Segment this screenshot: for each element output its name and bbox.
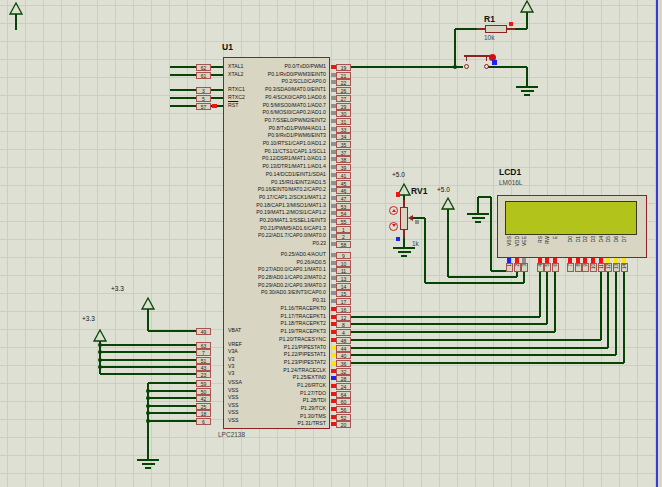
u1-pin-number-VSS[interactable]: 42: [196, 395, 211, 402]
u1-pin-number-VSSA[interactable]: 59: [196, 380, 211, 387]
wire[interactable]: [477, 28, 485, 30]
u1-pin-number-P0.3/SDA0/MAT0.0/EINT1[interactable]: 26: [336, 87, 351, 94]
u1-pin-number-P0.1/RxD0/PWM3/EINT0[interactable]: 21: [336, 72, 351, 79]
u1-pin-number-VSS[interactable]: 50: [196, 388, 211, 395]
u1-pin-number-P0.4/SCK0/CAP0.1/AD0.6[interactable]: 27: [336, 95, 351, 102]
wire[interactable]: [148, 390, 197, 392]
wire[interactable]: [515, 28, 527, 30]
wire[interactable]: [351, 331, 555, 333]
power-arrow-icon[interactable]: [141, 297, 155, 310]
wire[interactable]: [539, 271, 541, 317]
wire[interactable]: [523, 271, 525, 283]
lcd-pin-number-RW[interactable]: 5: [544, 263, 551, 272]
wire[interactable]: [148, 382, 197, 384]
u1-pin-number-RTXC2[interactable]: 5: [196, 95, 211, 102]
wire[interactable]: [100, 366, 197, 368]
wire[interactable]: [148, 420, 197, 422]
u1-pin-number-P1.21/PIPESTAT0[interactable]: 44: [336, 345, 351, 352]
wire[interactable]: [100, 351, 197, 353]
u1-pin-number-P1.17/TRACEPKT1[interactable]: 12: [336, 314, 351, 321]
wire[interactable]: [100, 359, 197, 361]
u1-pin-number-V3[interactable]: 43: [196, 364, 211, 371]
pot-increase-button[interactable]: [389, 206, 398, 215]
u1-pin-number-P0.30/AD0.3/EINT3/CAP0.0[interactable]: 15: [336, 290, 351, 297]
wire[interactable]: [477, 197, 479, 213]
lcd-pin-number-D6[interactable]: 13: [613, 263, 620, 272]
u1-pin-number-P1.20/TRACESYNC[interactable]: 48: [336, 337, 351, 344]
u1-pin-number-VSS[interactable]: 25: [196, 403, 211, 410]
ground-icon[interactable]: [393, 247, 415, 258]
u1-pin-number-P1.19/TRACEPKT3[interactable]: 4: [336, 329, 351, 336]
wire[interactable]: [478, 196, 491, 198]
wire[interactable]: [600, 271, 602, 340]
u1-pin-number-V3[interactable]: 23: [196, 371, 211, 378]
wire[interactable]: [447, 209, 449, 277]
lcd-pin-number-D4[interactable]: 11: [598, 263, 605, 272]
u1-pin-number-VBAT[interactable]: 49: [196, 328, 211, 335]
schematic-canvas[interactable]: U1 LPC2138 R1 10k RV1 1k LCD1 LM016L +3.…: [0, 0, 662, 487]
lcd-pin-number-VSS[interactable]: 1: [506, 263, 513, 272]
wire[interactable]: [100, 344, 197, 346]
u1-pin-number-P0.9/RxD1/PWM6/EINT3[interactable]: 34: [336, 133, 351, 140]
r1-resistor-body[interactable]: [485, 25, 507, 33]
u1-pin-number-P0.7/SSEL0/PWM2/EINT2[interactable]: 31: [336, 118, 351, 125]
lcd-pin-number-E[interactable]: 6: [552, 263, 559, 272]
u1-pin-number-P0.20/MAT1.3/SSEL1/EINT3[interactable]: 55: [336, 218, 351, 225]
u1-pin-number-P0.10/RTS1/CAP1.0/AD1.2[interactable]: 35: [336, 141, 351, 148]
u1-pin-number-V3A[interactable]: 7: [196, 349, 211, 356]
wire[interactable]: [403, 200, 405, 207]
power-arrow-icon[interactable]: [520, 0, 534, 13]
wire[interactable]: [455, 28, 477, 30]
u1-pin-number-P0.12/DSR1/MAT1.0/AD1.3[interactable]: 38: [336, 156, 351, 163]
u1-pin-number-RST[interactable]: 57: [196, 103, 211, 110]
u1-pin-number-XTAL1[interactable]: 62: [196, 64, 211, 71]
wire[interactable]: [554, 271, 556, 332]
wire[interactable]: [425, 282, 524, 284]
wire[interactable]: [454, 29, 456, 67]
wire[interactable]: [526, 12, 528, 29]
lcd-pin-number-D0[interactable]: 7: [567, 263, 574, 272]
lcd-pin-number-RS[interactable]: 4: [537, 263, 544, 272]
lcd-pin-number-VDD[interactable]: 2: [514, 263, 521, 272]
wire[interactable]: [488, 66, 527, 68]
u1-pin-number-P1.24/TRACECLK[interactable]: 32: [336, 368, 351, 375]
ground-icon[interactable]: [137, 459, 159, 470]
u1-pin-number-XTAL2[interactable]: 61: [196, 72, 211, 79]
u1-pin-number-P1.23/PIPESTAT2[interactable]: 36: [336, 360, 351, 367]
wire[interactable]: [413, 217, 425, 219]
wire[interactable]: [148, 330, 197, 332]
lcd-pin-number-D5[interactable]: 12: [605, 263, 612, 272]
wire[interactable]: [403, 238, 405, 247]
u1-pin-number-VSS[interactable]: 6: [196, 418, 211, 425]
u1-pin-number-P0.0/TxD0/PWM1[interactable]: 19: [336, 64, 351, 71]
u1-pin-number-P0.13/DTR1/MAT1.1/AD1.4[interactable]: 39: [336, 164, 351, 171]
lcd-pin-number-VEE[interactable]: 3: [521, 263, 528, 272]
u1-pin-number-P0.18/CAP1.3/MISO1/MAT1.3[interactable]: 53: [336, 203, 351, 210]
wire[interactable]: [351, 339, 601, 341]
u1-pin-number-P0.23[interactable]: 58: [336, 241, 351, 248]
wire[interactable]: [351, 347, 608, 349]
wire[interactable]: [351, 323, 547, 325]
wire[interactable]: [623, 271, 625, 363]
wire[interactable]: [607, 271, 609, 348]
pot-decrease-button[interactable]: [389, 222, 398, 231]
u1-pin-number-P1.22/PIPESTAT1[interactable]: 40: [336, 352, 351, 359]
wire[interactable]: [507, 28, 515, 30]
power-arrow-icon[interactable]: [9, 2, 23, 15]
u1-pin-number-P0.19/MAT1.2/MOSI1/CAP1.2[interactable]: 54: [336, 210, 351, 217]
u1-pin-number-P0.8/TxD1/PWM4/AD1.1[interactable]: 33: [336, 126, 351, 133]
u1-pin-number-VSS[interactable]: 18: [196, 410, 211, 417]
wire[interactable]: [490, 197, 492, 271]
wire[interactable]: [424, 218, 426, 283]
u1-pin-number-P1.31/TRST[interactable]: 20: [336, 421, 351, 428]
wire[interactable]: [351, 66, 455, 68]
lcd-pin-number-D1[interactable]: 8: [575, 263, 582, 272]
u1-pin-number-P0.26/AD0.5[interactable]: 10: [336, 260, 351, 267]
u1-pin-number-P0.11/CTS1/CAP1.1/SCL1[interactable]: 37: [336, 149, 351, 156]
u1-pin-number-P0.22/AD1.7/CAP0.0/MAT0.0[interactable]: 2: [336, 233, 351, 240]
wire[interactable]: [147, 309, 149, 331]
u1-pin-number-P0.14/DCD1/EINT1/SDA1[interactable]: 41: [336, 172, 351, 179]
u1-pin-number-P0.31[interactable]: 17: [336, 298, 351, 305]
u1-pin-number-P0.21/PWM5/AD1.6/CAP1.3[interactable]: 1: [336, 226, 351, 233]
wire[interactable]: [351, 354, 616, 356]
